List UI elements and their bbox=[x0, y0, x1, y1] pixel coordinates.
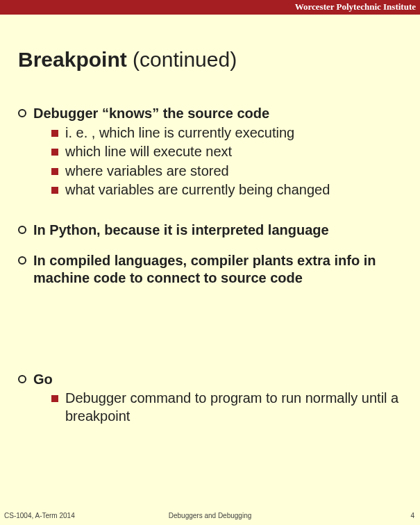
bullet-circle-icon bbox=[18, 375, 26, 383]
footer-center: Debuggers and Debugging bbox=[169, 512, 252, 519]
bullet-circle-icon bbox=[18, 256, 26, 265]
list-item: Debugger “knows” the source code bbox=[18, 105, 399, 123]
bullet-square-icon bbox=[51, 395, 58, 402]
list-item-text: In compiled languages, compiler plants e… bbox=[33, 252, 399, 288]
list-item-text: In Python, because it is interpreted lan… bbox=[33, 222, 399, 240]
bullet-circle-icon bbox=[18, 226, 26, 234]
institution-name: Worcester Polytechnic Institute bbox=[295, 1, 416, 12]
sub-list-item: where variables are stored bbox=[51, 162, 399, 181]
sub-list: Debugger command to program to run norma… bbox=[18, 390, 399, 425]
bullet-square-icon bbox=[51, 187, 58, 194]
sub-item-text: i. e. , which line is currently executin… bbox=[65, 124, 294, 142]
footer-left: CS-1004, A-Term 2014 bbox=[4, 512, 75, 519]
sub-list: i. e. , which line is currently executin… bbox=[18, 124, 399, 199]
title-main: Breakpoint bbox=[18, 48, 127, 71]
title-suffix: (continued) bbox=[133, 48, 237, 71]
header-bar: Worcester Polytechnic Institute bbox=[0, 0, 420, 15]
sub-list-item: which line will execute next bbox=[51, 143, 399, 161]
sub-item-text: Debugger command to program to run norma… bbox=[65, 390, 399, 425]
list-item-text: Debugger “knows” the source code bbox=[33, 105, 399, 123]
sub-list-item: Debugger command to program to run norma… bbox=[51, 390, 399, 425]
list-item: In compiled languages, compiler plants e… bbox=[18, 252, 399, 288]
slide-number: 4 bbox=[410, 512, 414, 519]
bullet-square-icon bbox=[51, 149, 58, 156]
sub-item-text: what variables are currently being chang… bbox=[65, 181, 330, 199]
bullet-square-icon bbox=[51, 168, 58, 175]
bullet-square-icon bbox=[51, 130, 58, 137]
list-item: In Python, because it is interpreted lan… bbox=[18, 222, 399, 240]
slide-content: Debugger “knows” the source code i. e. ,… bbox=[18, 105, 399, 426]
slide-title: Breakpoint (continued) bbox=[18, 48, 420, 72]
sub-list-item: i. e. , which line is currently executin… bbox=[51, 124, 399, 142]
sub-item-text: where variables are stored bbox=[65, 162, 229, 181]
bullet-circle-icon bbox=[18, 109, 26, 117]
sub-list-item: what variables are currently being chang… bbox=[51, 181, 399, 199]
sub-item-text: which line will execute next bbox=[65, 143, 232, 161]
list-item: Go bbox=[18, 371, 399, 389]
list-item-text: Go bbox=[33, 371, 399, 389]
